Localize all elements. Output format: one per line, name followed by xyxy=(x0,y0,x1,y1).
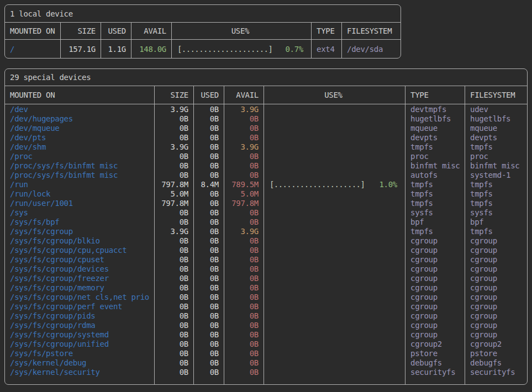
usage-cell: [....................] 0.7% xyxy=(171,40,311,58)
fs-type: ext4 xyxy=(311,40,341,58)
used-value: 0B xyxy=(193,264,224,273)
used-value: 0B xyxy=(193,301,224,311)
fs-type: cgroup2 xyxy=(405,339,465,348)
table-row: /sys/fs/cgroup/devices 0B 0B 0B cgroup c… xyxy=(5,264,527,273)
table-row: /sys/kernel/debug 0B 0B 0B debugfs debug… xyxy=(5,358,527,367)
size-value: 0B xyxy=(154,358,193,367)
mount-point: /dev/mqueue xyxy=(5,123,154,133)
size-value: 0B xyxy=(154,255,193,264)
used-value: 0B xyxy=(193,142,224,151)
usage-cell xyxy=(264,255,405,264)
filesystem-device: cgroup xyxy=(465,236,527,245)
mount-point: /sys/fs/cgroup/pids xyxy=(5,311,154,320)
usage-cell xyxy=(264,301,405,311)
avail-value: 789.5M xyxy=(224,179,264,189)
size-value: 0B xyxy=(154,151,193,161)
filesystem-device: systemd-1 xyxy=(465,170,527,179)
used-value: 0B xyxy=(193,151,224,161)
fs-type: tmpfs xyxy=(405,142,465,151)
avail-value: 0B xyxy=(224,264,264,273)
filesystem-device: tmpfs xyxy=(465,189,527,198)
mount-point: /sys/kernel/security xyxy=(5,367,154,377)
used-value: 0B xyxy=(193,311,224,320)
filesystem-device: devpts xyxy=(465,133,527,142)
table-row: /proc/sys/fs/binfmt_misc 0B 0B 0B autofs… xyxy=(5,170,527,179)
table-row: /dev 3.9G 0B 3.9G devtmpfs udev xyxy=(5,104,527,114)
table-row: /dev/pts 0B 0B 0B devpts devpts xyxy=(5,133,527,142)
size-value: 0B xyxy=(154,170,193,179)
usage-cell xyxy=(264,123,405,133)
mount-point: /sys/fs/cgroup/freezer xyxy=(5,273,154,283)
table-row: /sys/fs/cgroup/systemd 0B 0B 0B cgroup c… xyxy=(5,330,527,339)
fs-type: hugetlbfs xyxy=(405,114,465,123)
size-value: 797.8M xyxy=(154,198,193,208)
used-value: 0B xyxy=(193,189,224,198)
usage-cell xyxy=(264,339,405,348)
avail-value: 5.0M xyxy=(224,189,264,198)
fs-type: devtmpfs xyxy=(405,104,465,114)
avail-value: 3.9G xyxy=(224,226,264,236)
used-value: 1.1G xyxy=(101,40,131,58)
fs-type: devpts xyxy=(405,133,465,142)
col-header-type: TYPE xyxy=(405,86,465,104)
table-row: /sys/fs/cgroup/cpu,cpuacct 0B 0B 0B cgro… xyxy=(5,245,527,255)
size-value: 0B xyxy=(154,330,193,339)
filesystem-device: debugfs xyxy=(465,358,527,367)
filesystem-device: tmpfs xyxy=(465,142,527,151)
table-row: /sys/fs/cgroup/memory 0B 0B 0B cgroup cg… xyxy=(5,283,527,292)
filesystem-device: cgroup xyxy=(465,273,527,283)
used-value: 0B xyxy=(193,208,224,217)
table-row: /dev/hugepages 0B 0B 0B hugetlbfs hugetl… xyxy=(5,114,527,123)
used-value: 0B xyxy=(193,348,224,358)
special-devices-header-row: MOUNTED ON SIZE USED AVAIL USE% TYPE FIL… xyxy=(5,86,527,104)
filesystem-device: /dev/sda xyxy=(341,40,401,58)
size-value: 0B xyxy=(154,236,193,245)
usage-cell xyxy=(264,273,405,283)
mount-point: /sys/fs/cgroup/cpu,cpuacct xyxy=(5,245,154,255)
table-row: /dev/mqueue 0B 0B 0B mqueue mqueue xyxy=(5,123,527,133)
used-value: 0B xyxy=(193,161,224,170)
size-value: 0B xyxy=(154,123,193,133)
fs-type: cgroup xyxy=(405,292,465,301)
fs-type: mqueue xyxy=(405,123,465,133)
filesystem-device: binfmt_misc xyxy=(465,161,527,170)
usage-cell xyxy=(264,264,405,273)
avail-value: 0B xyxy=(224,217,264,226)
used-value: 0B xyxy=(193,198,224,208)
mount-point: /sys/fs/pstore xyxy=(5,348,154,358)
mount-point: /sys/fs/bpf xyxy=(5,217,154,226)
filesystem-device: cgroup xyxy=(465,245,527,255)
avail-value: 3.9G xyxy=(224,104,264,114)
size-value: 3.9G xyxy=(154,226,193,236)
size-value: 5.0M xyxy=(154,189,193,198)
size-value: 0B xyxy=(154,348,193,358)
filesystem-device: sysfs xyxy=(465,208,527,217)
avail-value: 0B xyxy=(224,245,264,255)
fs-type: sysfs xyxy=(405,208,465,217)
size-value: 0B xyxy=(154,264,193,273)
size-value: 0B xyxy=(154,367,193,377)
table-row: /sys/fs/cgroup/perf_event 0B 0B 0B cgrou… xyxy=(5,301,527,311)
filesystem-device: tmpfs xyxy=(465,226,527,236)
usage-percent: 0.7% xyxy=(285,45,303,54)
used-value: 0B xyxy=(193,292,224,301)
fs-type: autofs xyxy=(405,170,465,179)
usage-cell xyxy=(264,292,405,301)
fs-type: cgroup xyxy=(405,311,465,320)
mount-point: /dev/hugepages xyxy=(5,114,154,123)
avail-value: 0B xyxy=(224,114,264,123)
col-header-type: TYPE xyxy=(311,23,341,39)
special-devices-rows: /dev 3.9G 0B 3.9G devtmpfs udev /dev/hug… xyxy=(5,104,527,377)
filesystem-device: cgroup xyxy=(465,264,527,273)
size-value: 0B xyxy=(154,245,193,255)
used-value: 0B xyxy=(193,255,224,264)
mount-point: /sys/fs/cgroup/cpuset xyxy=(5,255,154,264)
size-value: 0B xyxy=(154,339,193,348)
used-value: 0B xyxy=(193,104,224,114)
col-header-filesystem: FILESYSTEM xyxy=(465,86,527,104)
fs-type: cgroup xyxy=(405,330,465,339)
usage-cell xyxy=(264,348,405,358)
table-bottom-spacer xyxy=(5,377,527,384)
local-devices-rows: / 157.1G 1.1G 148.0G [..................… xyxy=(5,40,401,58)
used-value: 0B xyxy=(193,367,224,377)
